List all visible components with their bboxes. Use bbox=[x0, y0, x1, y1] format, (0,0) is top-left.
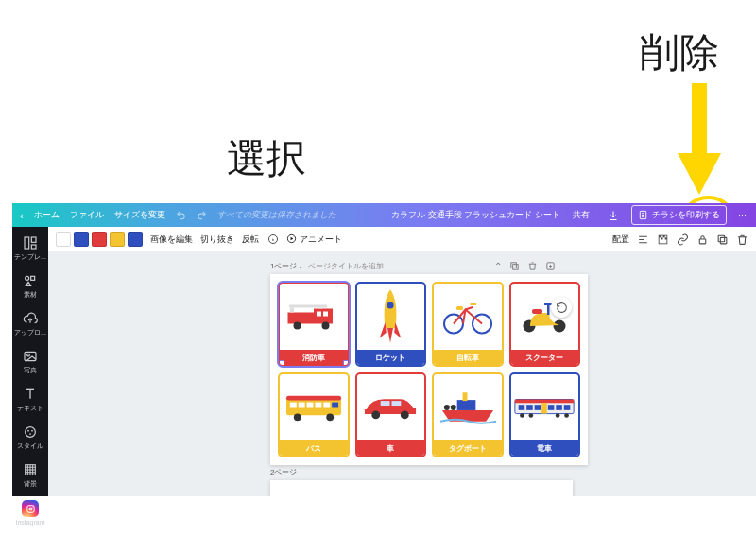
svg-rect-71 bbox=[548, 405, 555, 410]
flashcard[interactable]: 消防車⟲＋ bbox=[278, 282, 350, 367]
flip-button[interactable]: 反転 bbox=[242, 233, 259, 246]
reload-button[interactable] bbox=[551, 297, 572, 318]
svg-rect-62 bbox=[456, 400, 475, 410]
svg-point-40 bbox=[387, 302, 394, 308]
more-menu-button[interactable]: ⋯ bbox=[733, 211, 750, 220]
flashcard-label: 自転車 bbox=[434, 350, 502, 365]
animate-button[interactable]: アニメート bbox=[286, 233, 342, 246]
sidebar-item-label: 写真 bbox=[24, 366, 37, 375]
svg-rect-22 bbox=[663, 235, 665, 237]
svg-rect-63 bbox=[462, 392, 467, 401]
flashcard[interactable]: バス bbox=[278, 372, 350, 457]
sidebar-item-label: 背景 bbox=[24, 479, 37, 489]
flashcard-label: 車 bbox=[357, 440, 425, 456]
svg-point-13 bbox=[29, 433, 31, 435]
align-icon[interactable] bbox=[637, 233, 649, 246]
color-swatch[interactable] bbox=[74, 232, 89, 247]
svg-rect-4 bbox=[31, 237, 36, 242]
svg-rect-31 bbox=[287, 313, 314, 324]
print-flyer-button[interactable]: チラシを印刷する bbox=[631, 205, 727, 225]
svg-rect-3 bbox=[25, 237, 29, 249]
duplicate-icon[interactable] bbox=[716, 233, 729, 246]
flashcard[interactable]: 電車 bbox=[509, 372, 581, 457]
upload-icon bbox=[23, 311, 38, 326]
color-swatch[interactable] bbox=[56, 232, 71, 247]
color-swatch[interactable] bbox=[128, 232, 143, 247]
svg-rect-39 bbox=[323, 312, 328, 317]
svg-rect-74 bbox=[541, 403, 547, 413]
file-menu[interactable]: ファイル bbox=[70, 209, 104, 221]
page-1[interactable]: 消防車⟲＋ロケット自転車スクーターバス車タグボート電車 bbox=[270, 274, 588, 465]
flashcard[interactable]: ロケット bbox=[355, 282, 427, 367]
crop-button[interactable]: 切り抜き bbox=[200, 233, 234, 246]
share-button[interactable]: 共有 bbox=[567, 206, 595, 224]
link-icon[interactable] bbox=[677, 233, 689, 246]
flashcard[interactable]: 自転車 bbox=[432, 282, 504, 367]
print-flyer-label: チラシを印刷する bbox=[652, 209, 720, 221]
color-swatch[interactable] bbox=[92, 232, 107, 247]
svg-point-57 bbox=[326, 413, 334, 421]
svg-rect-52 bbox=[306, 403, 313, 408]
sidebar-item-style[interactable]: スタイル bbox=[12, 420, 48, 456]
back-button[interactable]: ‹ bbox=[20, 210, 24, 221]
arrange-button[interactable]: 配置 bbox=[612, 233, 629, 246]
svg-point-61 bbox=[401, 410, 409, 419]
page-title-input[interactable]: ページタイトルを追加 bbox=[308, 261, 384, 271]
sidebar-item-templates[interactable]: テンプレ... bbox=[12, 231, 48, 267]
svg-rect-67 bbox=[515, 400, 574, 404]
page-duplicate-icon[interactable] bbox=[509, 261, 520, 271]
delete-icon[interactable] bbox=[736, 233, 748, 246]
undo-button[interactable] bbox=[176, 210, 186, 220]
svg-marker-1 bbox=[678, 153, 721, 195]
svg-rect-33 bbox=[289, 305, 327, 308]
elements-icon bbox=[23, 273, 38, 288]
redo-button[interactable] bbox=[197, 210, 207, 220]
page-number-label: 1ページ - bbox=[270, 261, 301, 271]
svg-rect-38 bbox=[317, 312, 321, 317]
page-delete-icon[interactable] bbox=[527, 261, 538, 271]
resize-menu[interactable]: サイズを変更 bbox=[114, 209, 165, 221]
svg-rect-5 bbox=[31, 245, 36, 249]
flashcard[interactable]: スクーター bbox=[509, 282, 581, 367]
color-swatch[interactable] bbox=[110, 232, 125, 247]
svg-rect-55 bbox=[332, 403, 338, 408]
flashcard-image bbox=[357, 284, 425, 350]
photos-icon bbox=[23, 349, 38, 364]
sidebar-item-text[interactable]: テキスト bbox=[12, 382, 48, 418]
page-2[interactable] bbox=[270, 480, 573, 496]
editor-canvas[interactable]: 1ページ - ページタイトルを追加 ⌃ 消防車⟲＋ロケット自転車スクーターバス車… bbox=[48, 251, 756, 496]
sidebar-item-uploads[interactable]: アップロ... bbox=[12, 306, 48, 342]
flashcard-label: スクーター bbox=[511, 350, 579, 365]
info-icon[interactable] bbox=[266, 233, 279, 246]
download-button[interactable] bbox=[602, 207, 625, 224]
annotation-arrow-icon bbox=[674, 83, 725, 197]
sidebar-item-elements[interactable]: 素材 bbox=[12, 268, 48, 304]
svg-rect-28 bbox=[513, 265, 519, 270]
svg-point-17 bbox=[32, 506, 33, 507]
flashcard-label: ロケット bbox=[357, 350, 425, 365]
flashcard[interactable]: 車 bbox=[355, 372, 427, 457]
context-toolbar: 画像を編集 切り抜き 反転 アニメート 配置 bbox=[12, 227, 756, 252]
svg-rect-24 bbox=[665, 237, 667, 239]
sidebar-item-photos[interactable]: 写真 bbox=[12, 344, 48, 380]
sidebar-item-instagram[interactable]: Instagram bbox=[12, 495, 48, 530]
flashcard-image bbox=[511, 284, 579, 350]
flashcard-label: タグボート bbox=[434, 440, 502, 456]
page-add-icon[interactable] bbox=[545, 261, 556, 271]
edit-image-button[interactable]: 画像を編集 bbox=[150, 233, 193, 246]
home-link[interactable]: ホーム bbox=[34, 209, 60, 221]
svg-point-36 bbox=[293, 322, 301, 330]
svg-point-78 bbox=[564, 413, 569, 418]
templates-icon bbox=[23, 235, 38, 250]
annotation-select-label: 選択 bbox=[227, 132, 306, 185]
flashcard[interactable]: タグボート bbox=[432, 372, 504, 457]
page-collapse-icon[interactable]: ⌃ bbox=[494, 261, 502, 271]
svg-rect-26 bbox=[720, 237, 727, 244]
doc-title[interactable]: カラフル 交通手段 フラッシュカード シート bbox=[391, 209, 560, 221]
svg-point-65 bbox=[451, 405, 456, 410]
sidebar-item-background[interactable]: 背景 bbox=[12, 457, 48, 493]
lock-icon[interactable] bbox=[696, 233, 709, 246]
transparency-icon[interactable] bbox=[657, 233, 669, 246]
flashcard-label: バス bbox=[280, 440, 348, 456]
selection-toolbar[interactable]: ⟲＋ bbox=[299, 366, 328, 367]
